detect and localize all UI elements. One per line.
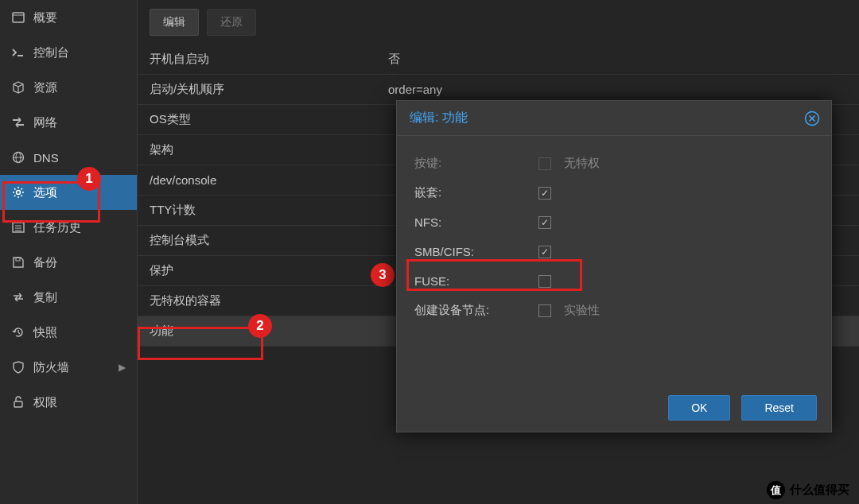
option-label: OS类型 [138,112,388,127]
watermark-icon: 值 [767,481,785,499]
sidebar-item-summary[interactable]: 概要 [0,0,137,35]
sidebar-item-network[interactable]: 网络 [0,105,137,140]
table-row[interactable]: 开机自启动 否 [138,45,859,75]
sidebar-item-resources[interactable]: 资源 [0,70,137,105]
toolbar: 编辑 还原 [138,0,859,45]
option-label: TTY计数 [138,203,388,218]
form-label: SMB/CIFS: [414,245,538,258]
summary-icon [11,10,25,25]
revert-button[interactable]: 还原 [207,9,256,36]
ok-button[interactable]: OK [668,395,730,421]
history-icon [11,325,25,339]
dialog-footer: OK Reset [668,395,817,421]
sidebar-item-label: 权限 [33,395,57,410]
option-value: order=any [388,83,859,96]
form-row-keyctl: 按键: 无特权 [414,149,814,178]
sidebar-item-label: 快照 [33,325,57,340]
globe-icon [11,150,25,165]
save-icon [11,255,25,269]
sidebar-item-dns[interactable]: DNS [0,140,137,175]
shield-icon [11,360,25,374]
option-label: /dev/console [138,173,388,187]
close-icon[interactable] [804,110,820,130]
option-label: 保护 [138,263,388,278]
option-label: 控制台模式 [138,233,388,248]
form-row-nfs: NFS: [414,207,814,237]
dialog-body: 按键: 无特权 嵌套: NFS: SMB/CIFS: FUSE: 创建设备节点:… [397,136,831,338]
checkbox-nfs[interactable] [538,216,551,229]
form-row-nesting: 嵌套: [414,178,814,207]
svg-rect-11 [14,401,22,407]
chevron-right-icon: ▶ [119,362,126,373]
cube-icon [11,80,25,95]
form-suffix: 实验性 [564,303,600,318]
dialog-title: 编辑: 功能 [410,110,468,126]
form-label: 嵌套: [414,185,538,200]
option-label: 无特权的容器 [138,293,388,308]
console-icon [11,45,25,60]
sync-icon [11,290,25,304]
annotation-highlight-2 [138,327,263,360]
form-label: 创建设备节点: [414,303,538,318]
annotation-highlight-3 [406,259,582,291]
form-label: 按键: [414,156,538,171]
form-suffix: 无特权 [564,156,600,171]
checkbox-smb-cifs[interactable] [538,246,551,258]
sidebar: 概要 控制台 资源 网络 DNS 选项 任务历史 备份 复制 快照 防火墙 ▶ [0,0,138,504]
sidebar-item-label: 资源 [33,80,57,95]
annotation-badge-1: 1 [77,167,101,191]
sidebar-item-label: 防火墙 [33,360,69,375]
sidebar-item-label: 备份 [33,255,57,270]
sidebar-item-console[interactable]: 控制台 [0,35,137,70]
sidebar-item-label: 概要 [33,10,57,25]
checkbox-mknod[interactable] [538,304,551,317]
sidebar-item-label: 控制台 [33,45,69,60]
sidebar-item-replicate[interactable]: 复制 [0,280,137,315]
checkbox-nesting[interactable] [538,187,551,200]
watermark: 值 什么值得买 [767,481,849,499]
annotation-badge-3: 3 [371,263,395,287]
option-label: 开机自启动 [138,52,388,67]
form-label: NFS: [414,215,538,229]
option-value: 否 [388,52,859,67]
option-label: 启动/关机顺序 [138,82,388,97]
option-label: 架构 [138,142,388,157]
edit-button[interactable]: 编辑 [150,9,199,36]
sidebar-item-label: DNS [33,151,59,165]
svg-rect-0 [13,13,24,22]
dialog-header: 编辑: 功能 [397,101,831,136]
form-row-mknod: 创建设备节点: 实验性 [414,296,814,325]
sidebar-item-firewall[interactable]: 防火墙 ▶ [0,350,137,385]
sidebar-item-snapshot[interactable]: 快照 [0,315,137,350]
watermark-text: 什么值得买 [790,483,849,498]
network-icon [11,115,25,130]
annotation-badge-2: 2 [248,314,272,338]
checkbox-keyctl[interactable] [538,157,551,170]
sidebar-item-label: 复制 [33,290,57,305]
sidebar-item-backup[interactable]: 备份 [0,245,137,280]
sidebar-item-permissions[interactable]: 权限 [0,385,137,420]
unlock-icon [11,395,25,409]
reset-button[interactable]: Reset [741,395,817,421]
sidebar-item-label: 网络 [33,115,57,130]
